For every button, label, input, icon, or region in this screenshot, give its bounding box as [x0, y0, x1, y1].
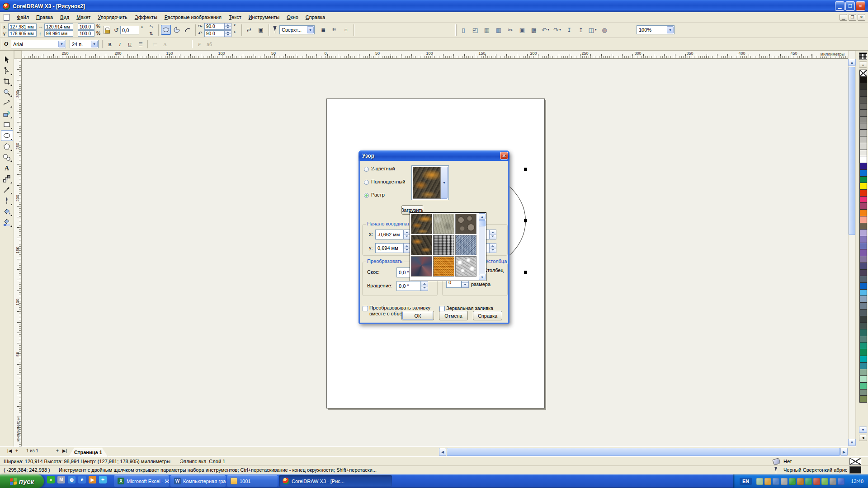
tray-6-icon[interactable] — [797, 478, 804, 485]
palette-scroll-up-button[interactable]: ▲ — [859, 61, 867, 68]
tray-10-icon[interactable] — [830, 478, 836, 485]
media-app-icon[interactable]: M — [57, 476, 65, 483]
tray-7-icon[interactable] — [805, 478, 812, 485]
taskbar-button-folder[interactable]: 1001 — [227, 475, 278, 487]
texture-blue-speckle[interactable] — [455, 235, 476, 255]
palette-expand-button[interactable]: ◀ — [859, 435, 867, 441]
tool-interactive-blend-button[interactable] — [1, 174, 13, 184]
taskbar-button-corel[interactable]: CorelDRAW X3 - [Рис... — [279, 475, 392, 487]
tray-4-icon[interactable] — [781, 478, 788, 485]
scroll-up-button[interactable]: ▲ — [848, 59, 856, 66]
palette-swatch-37[interactable] — [859, 316, 867, 323]
horizontal-scroll-thumb[interactable] — [447, 448, 840, 456]
menu-item-6[interactable]: Растровые изображения — [161, 13, 225, 21]
scroll-right-button[interactable]: ▶ — [840, 448, 848, 456]
tool-pick-button[interactable] — [1, 54, 13, 65]
tray-11-icon[interactable] — [838, 478, 844, 485]
palette-swatch-7[interactable] — [859, 116, 867, 123]
palette-swatch-30[interactable] — [859, 269, 867, 277]
scroll-down-button[interactable]: ▼ — [848, 439, 856, 446]
swap-arc-direction-button[interactable]: ⇄ — [244, 25, 254, 35]
texture-panel-scrollbar[interactable]: ▲ ▼ — [479, 213, 486, 280]
palette-swatch-36[interactable] — [859, 309, 867, 316]
taskbar-button-excel[interactable]: XMicrosoft Excel - Жур... — [114, 475, 169, 487]
mirror-vertical-button[interactable]: ⇅ — [147, 30, 155, 37]
tool-freehand-button[interactable] — [1, 98, 13, 108]
palette-swatch-41[interactable] — [859, 342, 867, 349]
tool-polygon-button[interactable] — [1, 141, 13, 152]
size-width-spinner[interactable] — [489, 230, 496, 239]
doc-close-button[interactable]: ✕ — [858, 14, 865, 21]
last-page-button[interactable]: ▶| — [62, 448, 67, 453]
height-field[interactable]: 98.994 мм — [44, 30, 73, 37]
palette-swatch-49[interactable] — [859, 395, 867, 403]
menu-item-8[interactable]: Инструменты — [245, 13, 283, 21]
help-button[interactable]: Справка — [473, 311, 502, 320]
tool-basic-shapes-button[interactable] — [1, 152, 13, 163]
scroll-down-button[interactable]: ▼ — [479, 274, 486, 280]
cancel-button[interactable]: Отмена — [439, 311, 468, 320]
origin-y-field[interactable]: 0,694 мм — [375, 243, 403, 253]
browser-globe-icon[interactable]: ◍ — [68, 476, 75, 483]
alignment-button[interactable]: ≣ — [136, 39, 146, 49]
palette-swatch-14[interactable] — [859, 163, 867, 170]
messenger-icon[interactable]: ✦ — [99, 476, 107, 483]
palette-swatch-2[interactable] — [859, 83, 867, 90]
palette-swatch-33[interactable] — [859, 289, 867, 296]
tool-crop-button[interactable] — [1, 76, 13, 87]
two-color-radio[interactable] — [364, 167, 369, 172]
minimize-button[interactable]: ▁ — [835, 1, 844, 11]
vertical-scroll-thumb[interactable] — [849, 67, 855, 235]
chevron-down-icon[interactable]: ▼ — [91, 41, 98, 47]
arc-end-spinner[interactable] — [224, 30, 231, 37]
undo-button[interactable]: ↶▼ — [541, 25, 551, 35]
palette-swatch-5[interactable] — [859, 103, 867, 110]
chevron-down-icon[interactable]: ▼ — [594, 28, 597, 31]
palette-swatch-3[interactable] — [859, 89, 867, 97]
pie-mode-button[interactable] — [172, 25, 182, 35]
close-button[interactable]: ✕ — [856, 1, 865, 11]
palette-swatch-12[interactable] — [859, 150, 867, 157]
outline-width-combo[interactable]: Сверхт... ▼ — [279, 25, 315, 34]
texture-noise-static[interactable] — [433, 235, 454, 255]
redo-button[interactable]: ↷▼ — [552, 25, 562, 35]
media-player-icon[interactable]: ▶ — [89, 476, 96, 483]
drop-cap-button[interactable]: A — [160, 39, 170, 49]
language-indicator[interactable]: EN — [740, 478, 752, 485]
palette-swatch-18[interactable] — [859, 189, 867, 197]
texture-stone[interactable] — [433, 214, 454, 234]
paste-button[interactable]: ▩ — [529, 25, 539, 35]
print-button[interactable]: ▥ — [494, 25, 504, 35]
palette-swatch-43[interactable] — [859, 356, 867, 363]
arc-start-field[interactable]: 90.0 — [204, 23, 224, 30]
pos-y-field[interactable]: 178.905 мм — [8, 30, 37, 37]
menu-item-2[interactable]: Вид — [57, 13, 73, 21]
scroll-thumb[interactable] — [479, 220, 486, 226]
transform-with-object-checkbox[interactable] — [363, 306, 368, 311]
dialog-close-button[interactable]: ✕ — [500, 152, 508, 160]
palette-swatch-9[interactable] — [859, 129, 867, 136]
tool-text-button[interactable]: A — [1, 163, 13, 174]
size-height-spinner[interactable] — [489, 243, 496, 253]
selection-handle[interactable] — [524, 271, 527, 274]
to-front-button[interactable]: ▣ — [256, 25, 266, 35]
chevron-down-icon[interactable]: ▼ — [547, 28, 550, 31]
tool-eyedropper-button[interactable] — [1, 184, 13, 195]
menu-item-3[interactable]: Макет — [73, 13, 94, 21]
arc-mode-button[interactable] — [183, 25, 193, 35]
scroll-up-button[interactable]: ▲ — [479, 213, 486, 220]
toolbar-grip[interactable] — [1, 39, 2, 49]
ruler-origin-button[interactable] — [14, 51, 22, 59]
lock-ratio-button[interactable] — [103, 26, 110, 34]
palette-swatch-10[interactable] — [859, 136, 867, 143]
palette-swatch-20[interactable] — [859, 202, 867, 210]
palette-swatch-23[interactable] — [859, 223, 867, 230]
arc-end-field[interactable]: 90.0 — [204, 30, 224, 37]
menu-item-7[interactable]: Текст — [225, 13, 245, 21]
doc-minimize-button[interactable]: ▁ — [840, 14, 847, 21]
corel-online-button[interactable]: ◍ — [599, 25, 609, 35]
edit-text-button[interactable]: аб — [204, 39, 214, 49]
wrap-text-alt-button[interactable]: ≋ — [329, 25, 339, 35]
menu-item-9[interactable]: Окно — [283, 13, 302, 21]
no-fill-swatch[interactable] — [859, 70, 867, 77]
